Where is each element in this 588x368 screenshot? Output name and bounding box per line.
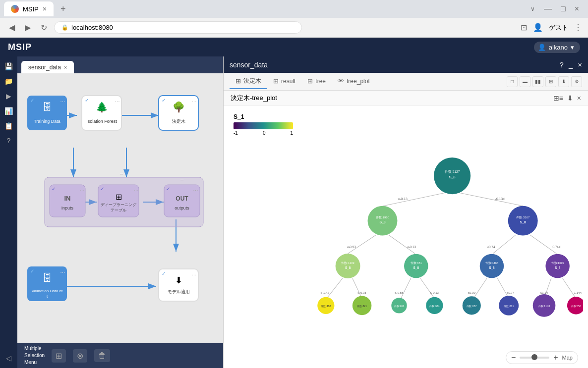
svg-line-60 — [327, 278, 343, 299]
tab-tree[interactable]: ⊞ tree — [301, 74, 332, 89]
tab-result[interactable]: ⊞ result — [267, 74, 301, 89]
svg-text:件数:5127: 件数:5127 — [445, 170, 460, 173]
browser-tab[interactable]: MSIP × — [4, 1, 54, 16]
zoom-in-button[interactable]: + — [553, 353, 558, 362]
user-icon: 👤 — [538, 44, 546, 51]
svg-text:Validation Data.df: Validation Data.df — [32, 289, 63, 293]
decision-tree-icon: ⊞ — [235, 77, 241, 85]
panel-close-button[interactable]: × — [578, 60, 582, 69]
browser-close[interactable]: × — [572, 2, 582, 15]
browser-actions: ⊡ 👤 ゲスト ⋮ — [521, 23, 582, 32]
legend-title: S_1 — [234, 113, 293, 120]
result-panel: sensor_data ? _ × ⊞ 決定木 — [223, 56, 588, 368]
svg-text:⊞: ⊞ — [116, 193, 122, 201]
zoom-slider[interactable] — [520, 357, 549, 359]
user-menu[interactable]: 👤 alkano ▾ — [534, 42, 580, 53]
svg-text:件数:651: 件数:651 — [411, 262, 422, 264]
tab-decision-tree-label: 決定木 — [243, 77, 261, 85]
svg-text:S_8: S_8 — [520, 220, 526, 224]
sub-layout-btn[interactable]: ⊞≡ — [553, 94, 563, 102]
svg-text:≤-0.58: ≤-0.58 — [395, 291, 404, 294]
svg-text:≤1.14: ≤1.14 — [540, 291, 548, 294]
bottom-action-delete[interactable]: 🗑 — [94, 349, 110, 362]
browser-maximize[interactable]: □ — [558, 2, 569, 15]
svg-text:✓: ✓ — [166, 186, 170, 192]
svg-text:件数:3167: 件数:3167 — [516, 216, 530, 219]
sub-close-btn[interactable]: × — [577, 94, 581, 102]
new-tab-button[interactable]: + — [58, 4, 69, 14]
svg-text:≤-0.93: ≤-0.93 — [347, 245, 356, 249]
forward-button[interactable]: ▶ — [22, 21, 34, 34]
tree-visualization: 件数:5127 S_8 ≤-0.13 -0.13< 件数:1960 S_8 — [293, 106, 583, 348]
canvas-tab[interactable]: sensor_data × — [21, 61, 74, 73]
svg-text:0.74<: 0.74< — [552, 245, 560, 249]
svg-text:件数:821: 件数:821 — [357, 305, 367, 308]
svg-line-62 — [401, 278, 411, 299]
svg-text:≤0.39: ≤0.39 — [468, 291, 476, 294]
workflow-svg: 🗄 Training Data ✓ … 🌲 Isolation Forest ✓… — [17, 73, 223, 343]
address-bar[interactable]: 🔒 localhost:8080 — [54, 21, 302, 34]
tab-close-button[interactable]: × — [43, 5, 47, 13]
bottom-action-grid[interactable]: ⊞ — [52, 349, 66, 363]
svg-text:🗄: 🗄 — [42, 102, 52, 112]
svg-text:−: − — [119, 170, 123, 178]
cast-button[interactable]: ⊡ — [521, 23, 527, 32]
reload-button[interactable]: ↻ — [38, 21, 50, 34]
svg-line-57 — [389, 235, 415, 254]
toolbar-clipboard-icon[interactable]: 📋 — [2, 120, 15, 132]
more-button[interactable]: ⋮ — [574, 23, 582, 32]
app: MSIP 👤 alkano ▾ 💾 📁 ▶ 📊 📋 ? ◁ — [0, 38, 588, 368]
legend: S_1 -1 0 1 — [234, 113, 293, 136]
svg-text:件数:1309: 件数:1309 — [341, 262, 354, 264]
bottom-action-cross[interactable]: ⊗ — [73, 349, 87, 363]
svg-text:⬇: ⬇ — [175, 275, 182, 285]
toolbar-chart-icon[interactable]: 📊 — [2, 105, 15, 117]
tab-result-label: result — [281, 78, 295, 85]
svg-text:≤-0.13: ≤-0.13 — [398, 197, 408, 201]
tree-plot-eye-icon: 👁 — [338, 77, 344, 85]
bottom-bar: Multiple Selection Menu ⊞ ⊗ 🗑 — [17, 343, 223, 368]
svg-text:件数:811: 件数:811 — [504, 305, 514, 308]
canvas-tab-close[interactable]: × — [64, 64, 67, 70]
result-icon: ⊞ — [273, 77, 279, 85]
svg-line-58 — [493, 235, 516, 254]
legend-labels: -1 0 1 — [234, 130, 293, 136]
svg-text:件数:488: 件数:488 — [321, 305, 331, 308]
panel-help-button[interactable]: ? — [560, 60, 564, 69]
toolbar-run-icon[interactable]: ▶ — [4, 90, 13, 102]
svg-text:≤-0.93: ≤-0.93 — [358, 291, 367, 294]
download-btn[interactable]: ⬇ — [558, 76, 569, 87]
svg-text:…: … — [193, 186, 198, 192]
svg-text:≤0.74: ≤0.74 — [507, 291, 515, 294]
profile-button[interactable]: 👤 — [533, 23, 543, 32]
view-split-btn[interactable]: ▬ — [520, 76, 530, 87]
settings-btn[interactable]: ⚙ — [571, 76, 582, 87]
toolbar-left-icon[interactable]: ◁ — [4, 352, 13, 364]
svg-text:…: … — [79, 186, 85, 192]
svg-text:1.14<: 1.14< — [574, 291, 582, 294]
sub-download-btn[interactable]: ⬇ — [567, 94, 573, 102]
back-button[interactable]: ◀ — [6, 21, 18, 34]
browser-titlebar: MSIP × + ∨ — □ × — [0, 0, 588, 18]
svg-text:…: … — [60, 268, 65, 274]
toolbar-save-icon[interactable]: 💾 — [2, 60, 15, 72]
svg-text:テーブル: テーブル — [111, 208, 126, 212]
view-single-btn[interactable]: □ — [507, 76, 518, 87]
svg-text:✓: ✓ — [30, 268, 34, 274]
tab-tree-plot[interactable]: 👁 tree_plot — [332, 74, 376, 89]
minimize-button[interactable]: ∨ — [528, 2, 538, 15]
browser-minimize[interactable]: — — [541, 2, 555, 15]
tab-title: MSIP — [23, 5, 39, 13]
svg-text:outputs: outputs — [175, 206, 189, 210]
view-grid-btn[interactable]: ⊞ — [545, 76, 556, 87]
tab-decision-tree[interactable]: ⊞ 決定木 — [230, 74, 267, 89]
panel-minimize-button[interactable]: _ — [569, 60, 573, 69]
svg-text:…: … — [133, 186, 139, 192]
toolbar-folder-icon[interactable]: 📁 — [2, 75, 15, 87]
toolbar-help-icon[interactable]: ? — [5, 135, 13, 147]
svg-text:件数:384: 件数:384 — [429, 305, 439, 308]
zoom-out-button[interactable]: − — [511, 353, 516, 362]
svg-line-55 — [459, 193, 523, 206]
view-columns-btn[interactable]: ▮▮ — [532, 76, 543, 87]
svg-text:IN: IN — [64, 195, 71, 202]
